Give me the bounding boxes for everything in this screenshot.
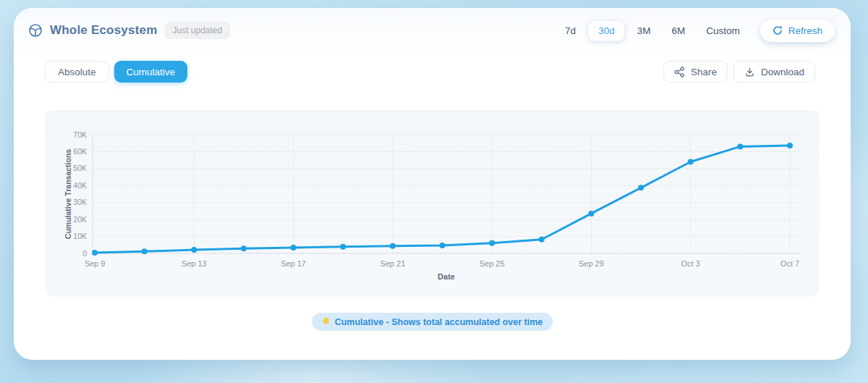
time-range-custom[interactable]: Custom [697, 20, 749, 41]
download-label: Download [761, 67, 804, 77]
refresh-label: Refresh [788, 25, 822, 36]
svg-text:Sep 17: Sep 17 [281, 259, 306, 268]
lightbulb-icon [322, 317, 330, 327]
time-range-3m[interactable]: 3M [629, 20, 660, 41]
time-range-group: 7d 30d 3M 6M Custom [556, 20, 749, 41]
cumulative-button[interactable]: Cumulative [114, 61, 188, 83]
export-actions: Share Download [658, 61, 815, 83]
header-controls: 7d 30d 3M 6M Custom Refresh [556, 20, 835, 42]
svg-text:10K: 10K [73, 232, 87, 240]
svg-text:Sep 13: Sep 13 [182, 259, 207, 268]
time-range-30d[interactable]: 30d [588, 20, 625, 41]
svg-text:Date: Date [438, 272, 455, 281]
svg-text:Cumulative Transactions: Cumulative Transactions [64, 149, 72, 239]
view-mode-toggle: Absolute Cumulative [45, 61, 187, 83]
svg-text:60K: 60K [73, 147, 87, 156]
absolute-button[interactable]: Absolute [45, 61, 109, 83]
svg-text:Sep 21: Sep 21 [380, 259, 405, 268]
card-header: Whole Ecosystem Just updated 7d 30d 3M 6… [14, 8, 851, 53]
refresh-button[interactable]: Refresh [760, 20, 835, 42]
toolbar: Absolute Cumulative Share [14, 53, 851, 83]
share-button[interactable]: Share [663, 61, 728, 83]
time-range-7d[interactable]: 7d [556, 20, 584, 41]
svg-text:Sep 29: Sep 29 [579, 259, 604, 268]
svg-text:Oct 7: Oct 7 [780, 259, 799, 268]
svg-text:0: 0 [82, 249, 87, 258]
svg-text:Sep 9: Sep 9 [85, 259, 106, 268]
refresh-icon [773, 25, 783, 35]
svg-text:20K: 20K [73, 215, 87, 224]
svg-text:70K: 70K [73, 130, 87, 139]
svg-text:40K: 40K [73, 181, 87, 190]
chart-panel: 010K20K30K40K50K60K70KSep 9Sep 13Sep 17S… [45, 110, 820, 297]
download-button[interactable]: Download [733, 61, 815, 83]
svg-text:Oct 3: Oct 3 [681, 259, 700, 268]
chart-tip-text: Cumulative - Shows total accumulated ove… [335, 317, 543, 327]
svg-text:50K: 50K [73, 164, 87, 172]
share-nodes-icon [674, 67, 685, 77]
dashboard-card: Whole Ecosystem Just updated 7d 30d 3M 6… [14, 8, 851, 360]
line-chart: 010K20K30K40K50K60K70KSep 9Sep 13Sep 17S… [45, 110, 820, 297]
brand: Whole Ecosystem Just updated [28, 22, 230, 39]
status-badge: Just updated [165, 22, 231, 39]
svg-text:30K: 30K [73, 198, 87, 206]
globe-icon [28, 23, 43, 38]
chart-tip: Cumulative - Shows total accumulated ove… [312, 313, 553, 331]
svg-text:Sep 25: Sep 25 [480, 259, 505, 268]
share-label: Share [691, 67, 717, 77]
download-icon [744, 67, 755, 77]
time-range-6m[interactable]: 6M [663, 20, 694, 41]
page-title: Whole Ecosystem [50, 23, 158, 38]
